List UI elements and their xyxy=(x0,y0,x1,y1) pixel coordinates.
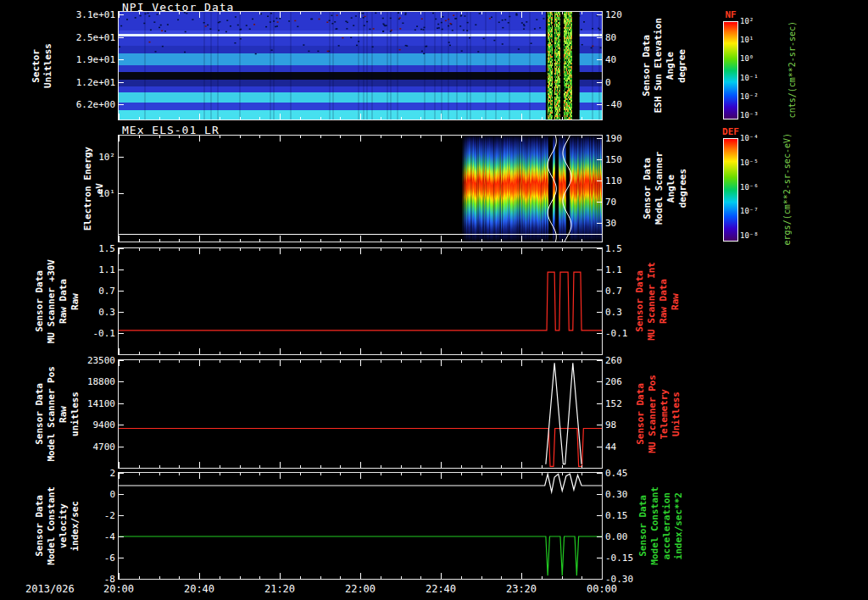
colorbar-def-unit-label: ergs/(cm**2-sr-sec-eV) xyxy=(782,133,793,245)
colorbar-nf xyxy=(723,21,738,119)
tick-label: 10¹ xyxy=(17,188,115,199)
tick-label: 0.15 xyxy=(605,510,646,521)
x-tick-label: 22:00 xyxy=(335,583,386,595)
panel-2-plot-area xyxy=(118,135,603,242)
panel-4-y-axis-label-line: Sensor Data xyxy=(34,383,45,445)
colorbar-nf-tick-label: 10² xyxy=(740,17,754,25)
tick-label: 1.5 xyxy=(17,243,115,254)
tick-label: 110 xyxy=(605,175,646,186)
x-tick-label: 00:00 xyxy=(576,583,627,595)
panel-3-right-axis-label-line: MU Scanner Int xyxy=(646,262,657,341)
tick-label: 30 xyxy=(605,218,646,229)
panel-4-plot-area xyxy=(118,359,603,469)
tick-label: 1.5 xyxy=(605,243,646,254)
tick-label: -4 xyxy=(17,531,115,542)
tick-label: 0.3 xyxy=(605,307,646,318)
tick-label: 2 xyxy=(17,468,115,479)
tick-label: 0.7 xyxy=(605,286,646,297)
tick-label: 98 xyxy=(605,419,646,431)
tick-label: 0.30 xyxy=(605,489,646,500)
tick-label: -0.15 xyxy=(605,553,646,564)
tick-label: 0.7 xyxy=(17,286,115,297)
panel-2-right-axis-label-line: degrees xyxy=(677,169,688,208)
x-tick-label: 23:20 xyxy=(496,583,547,595)
tick-label: 44 xyxy=(605,442,646,453)
tick-label: 1.2e+01 xyxy=(17,77,115,88)
tick-label: 40 xyxy=(605,54,646,65)
tick-label: 1.1 xyxy=(605,264,646,275)
tick-label: 23500 xyxy=(17,355,115,366)
panel-5-plot-area xyxy=(118,472,603,580)
panel-5-right-axis-label-line: index/sec**2 xyxy=(673,492,684,559)
date-label: 2013/026 xyxy=(25,583,75,595)
panel-3-canvas xyxy=(119,248,602,354)
panel-2-right-axis-label: Sensor DataModel ScannerAngledegrees xyxy=(639,136,690,242)
panel-2-right-axis-label-line: Sensor Data xyxy=(642,158,653,219)
panel-1-right-axis-label-line: ESH Sun Elevation xyxy=(653,18,664,114)
x-tick-label: 21:20 xyxy=(254,583,305,595)
tick-label: 260 xyxy=(605,355,646,366)
tick-label: 152 xyxy=(605,398,646,409)
colorbar-nf-unit: cnts/(cm**2-sr-sec) xyxy=(785,21,798,118)
tick-label: 0 xyxy=(605,77,646,88)
panel-5-right-axis-label-line: Sensor Data xyxy=(637,495,648,557)
colorbar-nf-unit-label: cnts/(cm**2-sr-sec) xyxy=(787,21,798,118)
tick-label: 150 xyxy=(605,154,646,165)
tick-label: 18800 xyxy=(17,376,115,387)
x-tick-label: 20:00 xyxy=(93,583,144,595)
tick-label: -40 xyxy=(605,99,646,110)
spectrogram-dashboard: NPI Vector Data MEx ELS-01 LR 2013/026 N… xyxy=(0,0,868,600)
colorbar-def-tick-label: 10⁻⁷ xyxy=(740,207,759,215)
tick-label: -2 xyxy=(17,510,115,521)
tick-label: 9400 xyxy=(17,419,115,431)
panel-3-right-axis-label-line: Raw Data xyxy=(658,279,669,324)
panel-1-right-axis-label-line: Angle xyxy=(665,52,676,80)
panel-4-right-axis-label-line: MU Scanner Pos xyxy=(647,375,658,453)
panel-2-right-axis-label-line: Angle xyxy=(665,175,676,203)
x-tick-label: 20:40 xyxy=(174,583,225,595)
tick-label: 80 xyxy=(605,32,646,43)
colorbar-def-tick-label: 10⁻⁵ xyxy=(740,158,759,167)
panel-1-plot-area xyxy=(118,11,603,120)
tick-label: 1.9e+01 xyxy=(17,54,115,65)
tick-label: 190 xyxy=(605,133,646,144)
tick-label: -0.1 xyxy=(17,328,115,339)
tick-label: 14100 xyxy=(17,398,115,409)
panel-4-right-axis-label-line: Telemetry xyxy=(659,389,670,440)
colorbar-def-tick-label: 10⁻⁸ xyxy=(740,231,759,240)
panel-3-right-axis-label-line: Raw xyxy=(670,293,681,310)
panel-3-plot-area xyxy=(118,247,603,355)
colorbar-nf-tick-label: 10⁰ xyxy=(740,54,754,63)
panel-4-right-axis-label-line: Unitless xyxy=(670,392,682,436)
panel-4-right-axis-label-line: Sensor Data xyxy=(635,383,646,445)
panel-4-canvas xyxy=(119,360,602,468)
colorbar-def xyxy=(723,138,738,242)
tick-label: 6.2e+00 xyxy=(17,99,115,110)
panel-3-y-axis-label-line: Sensor Data xyxy=(34,270,45,332)
x-tick-label: 22:40 xyxy=(415,583,466,595)
tick-label: 4700 xyxy=(17,442,115,453)
panel-1-right-axis-label-line: degree xyxy=(676,49,687,83)
panel-1-canvas xyxy=(119,12,602,119)
tick-label: -6 xyxy=(17,553,115,564)
colorbar-nf-tick-label: 10⁻³ xyxy=(740,111,759,119)
tick-label: 120 xyxy=(605,9,646,20)
colorbar-def-tick-label: 10⁻⁶ xyxy=(740,183,759,192)
panel-3-right-axis-label-line: Sensor Data xyxy=(634,270,645,332)
colorbar-def-tick-label: 10⁻⁴ xyxy=(740,134,759,142)
tick-label: 1.1 xyxy=(17,264,115,275)
colorbar-def-unit: ergs/(cm**2-sr-sec-eV) xyxy=(780,138,793,240)
colorbar-nf-tick-label: 10¹ xyxy=(740,36,754,44)
colorbar-nf-tick-label: 10⁻¹ xyxy=(740,74,759,82)
tick-label: 0.3 xyxy=(17,307,115,318)
panel-5-right-axis-label-line: Model Constant xyxy=(649,486,660,565)
tick-label: 206 xyxy=(605,376,646,387)
tick-label: 70 xyxy=(605,197,646,208)
tick-label: 0.00 xyxy=(605,531,646,542)
panel-5-y-axis-label-line: Sensor Data xyxy=(34,495,45,557)
panel-5-canvas xyxy=(119,473,602,579)
panel-5-right-axis-label-line: acceleration xyxy=(661,492,672,559)
tick-label: -0.1 xyxy=(605,328,646,339)
tick-label: 0.45 xyxy=(605,468,646,479)
colorbar-nf-tick-label: 10⁻² xyxy=(740,92,759,101)
